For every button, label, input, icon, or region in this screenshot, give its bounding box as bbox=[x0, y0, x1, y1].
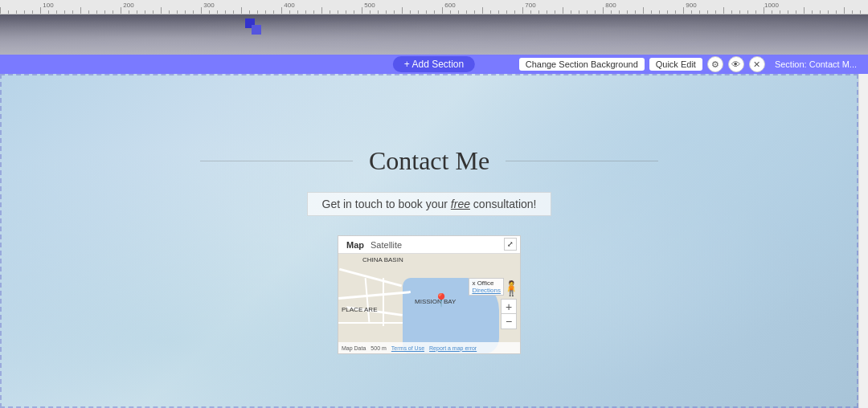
map-tab-button[interactable]: Map bbox=[343, 239, 367, 251]
map-label-place: PLACE ARE bbox=[342, 306, 377, 313]
close-icon-button[interactable]: ✕ bbox=[749, 56, 765, 72]
ruler-top: 1002003004005006007008009001000 bbox=[0, 0, 868, 14]
map-zoom-out-button[interactable]: − bbox=[502, 314, 516, 328]
change-background-button[interactable]: Change Section Background bbox=[519, 58, 645, 71]
subtitle-text: Get in touch to book your bbox=[322, 198, 451, 210]
map-report-link[interactable]: Report a map error bbox=[429, 345, 477, 351]
map-footer: Map Data 500 m Terms of Use Report a map… bbox=[338, 342, 520, 353]
contact-section: Contact Me Get in touch to book your fre… bbox=[0, 74, 858, 408]
map-road-5 bbox=[383, 278, 384, 326]
map-office-label: x Office Directions bbox=[469, 278, 504, 296]
map-area: CHINA BASIN MISSION BAY PLACE ARE x Offi… bbox=[338, 254, 520, 353]
toolbar: + Add Section Change Section Background … bbox=[0, 55, 868, 74]
header-logo bbox=[245, 18, 261, 35]
subtitle-italic: free bbox=[451, 198, 470, 210]
map-toolbar: Map Satellite ⤢ bbox=[338, 236, 520, 254]
map-road-4 bbox=[338, 322, 403, 324]
map-expand-button[interactable]: ⤢ bbox=[504, 238, 517, 251]
map-scale-label: 500 m bbox=[371, 345, 386, 351]
ruler-marks: 1002003004005006007008009001000 bbox=[0, 0, 868, 14]
map-location-pin: 📍 bbox=[433, 292, 449, 308]
right-scrollbar[interactable] bbox=[858, 74, 868, 408]
map-container[interactable]: Map Satellite ⤢ CHINA BASIN MISSION BAY … bbox=[338, 235, 521, 354]
map-zoom-in-button[interactable]: + bbox=[502, 300, 516, 314]
contact-title[interactable]: Contact Me bbox=[353, 146, 506, 176]
settings-icon-button[interactable]: ⚙ bbox=[707, 56, 723, 72]
section-label: Section: Contact M... bbox=[770, 58, 862, 71]
map-road-1 bbox=[339, 268, 402, 288]
map-road-6 bbox=[365, 278, 371, 322]
map-zoom-controls: + − bbox=[501, 299, 517, 329]
map-terms-link[interactable]: Terms of Use bbox=[391, 345, 424, 351]
contact-subtitle[interactable]: Get in touch to book your free consultat… bbox=[307, 192, 552, 216]
add-section-button[interactable]: + Add Section bbox=[393, 56, 475, 72]
subtitle-suffix: consultation! bbox=[470, 198, 537, 210]
satellite-tab-button[interactable]: Satellite bbox=[371, 240, 402, 250]
map-directions-link[interactable]: Directions bbox=[472, 287, 501, 294]
eye-icon-button[interactable]: 👁 bbox=[728, 56, 744, 72]
title-line-left bbox=[200, 161, 353, 161]
map-road-2 bbox=[338, 291, 411, 300]
contact-title-container: Contact Me bbox=[200, 146, 658, 176]
map-data-label: Map Data bbox=[342, 345, 366, 351]
map-label-china-basin: CHINA BASIN bbox=[362, 256, 403, 263]
toolbar-right: Change Section Background Quick Edit ⚙ 👁… bbox=[519, 56, 862, 72]
map-person-icon[interactable]: 🧍 bbox=[502, 279, 517, 299]
title-line-right bbox=[506, 161, 658, 161]
quick-edit-button[interactable]: Quick Edit bbox=[649, 58, 702, 71]
